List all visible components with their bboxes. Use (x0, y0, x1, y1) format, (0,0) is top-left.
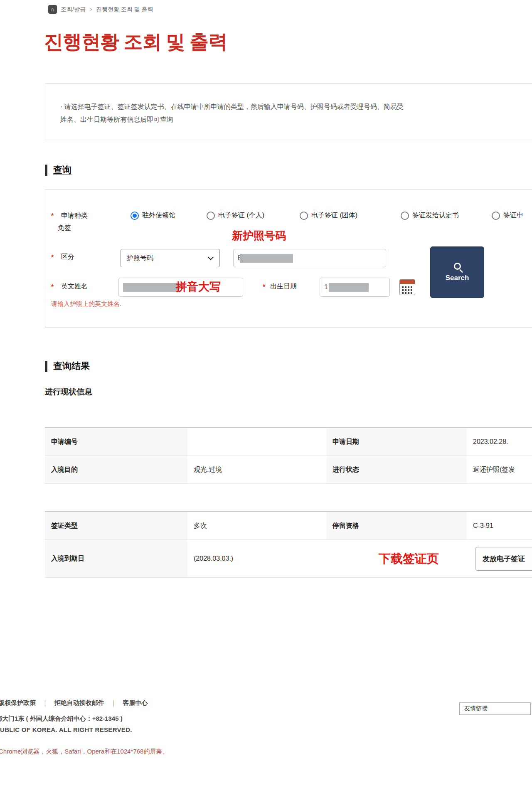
query-section-title: 查询 (53, 164, 71, 176)
footer-link-copyright-policy[interactable]: 版权保护政策 (0, 699, 36, 707)
footer-browser-notice: Chrome浏览器，火狐，Safari，Opera和在1024*768的屏幕。 (0, 748, 168, 756)
name-helper-text: 请输入护照上的英文姓名. (51, 300, 121, 308)
footer-link-customer-center[interactable]: 客服中心 (123, 699, 148, 707)
entry-purpose-value: 观光.过境 (187, 456, 326, 483)
calendar-icon-grid (402, 286, 404, 288)
visa-status-page: ⌂ 조회/발급 > 진행현황 조회 및 출력 진행현황 조회 및 출력 · 请选… (0, 0, 532, 798)
notice-text: · 请选择电子签证、签证签发认定书、在线申请中所申请的类型，然后输入申请号码、护… (60, 100, 404, 126)
home-icon[interactable]: ⌂ (48, 5, 57, 14)
radio-label-wrap-fragment: 免签 (58, 224, 71, 232)
footer-separator: ｜ (111, 699, 117, 707)
breadcrumb-separator: > (89, 7, 92, 12)
visa-type-label: 签证类型 (45, 512, 187, 539)
required-mark: * (51, 283, 54, 291)
english-name-redaction (123, 283, 179, 292)
radio-icon[interactable] (401, 212, 409, 220)
application-type-label: 申请种类 (61, 212, 88, 220)
radio-visa-application[interactable]: 签证申 (492, 211, 523, 220)
notice-line-1: · 请选择电子签证、签证签发认定书、在线申请中所申请的类型，然后输入申请号码、护… (60, 100, 404, 113)
radio-visa-confirmation[interactable]: 签证发给认定书 (401, 211, 459, 220)
breadcrumb: ⌂ 조회/발급 > 진행현황 조회 및 출력 (48, 5, 153, 14)
stay-qualification-label: 停留资格 (326, 512, 467, 539)
passport-number-redaction (240, 254, 293, 263)
table-row: 入境到期日 (2028.03.03.) 下载签证页 发放电子签证 (45, 540, 532, 578)
required-mark: * (51, 212, 54, 220)
entry-purpose-label: 入境目的 (45, 456, 187, 483)
category-select[interactable]: 护照号码 (121, 249, 220, 267)
radio-icon[interactable] (300, 212, 308, 220)
table-row: 入境目的 观光.过境 进行状态 返还护照(签发 (45, 456, 532, 484)
results-section-header: 查询结果 (45, 360, 90, 372)
application-date-label: 申请日期 (326, 428, 467, 456)
section-bar (45, 361, 47, 372)
required-mark: * (51, 254, 54, 261)
radio-icon[interactable] (207, 212, 215, 220)
application-number-value (187, 428, 326, 456)
section-bar (45, 165, 47, 176)
annotation-download-visa-page: 下载签证页 (379, 551, 439, 567)
footer-copyright: UBLIC OF KOREA. ALL RIGHT RESERVED. (0, 726, 132, 733)
page-title: 진행현황 조회 및 출력 (44, 29, 227, 55)
category-label: 区分 (61, 253, 74, 261)
radio-overseas-mission[interactable]: 驻外使领馆 (131, 211, 175, 220)
required-mark: * (263, 283, 265, 291)
chevron-down-icon (208, 254, 214, 260)
birth-date-input[interactable]: 1 (320, 278, 390, 297)
calendar-icon-header (400, 280, 415, 284)
application-info-table: 申请编号 申请日期 2023.02.28. 入境目的 观光.过境 进行状态 返还… (45, 427, 532, 484)
application-date-value: 2023.02.28. (467, 428, 532, 456)
english-name-label: 英文姓名 (61, 282, 88, 291)
issue-action-cell: 下载签证页 发放电子签证 (326, 540, 532, 577)
footer-address: 部大门1东 ( 外国人综合介绍中心：+82-1345 ) (0, 715, 123, 723)
issue-evisa-button[interactable]: 发放电子签证 (475, 547, 532, 571)
table-row: 申请编号 申请日期 2023.02.28. (45, 428, 532, 456)
search-icon (454, 263, 461, 270)
footer-link-reject-email[interactable]: 拒绝自动接收邮件 (54, 699, 104, 707)
query-form: * 申请种类 驻外使领馆 电子签证 (个人) 电子签证 (团体) 签证发给认定书… (45, 189, 532, 328)
results-subtitle: 进行现状信息 (45, 387, 92, 397)
search-button[interactable]: Search (430, 246, 484, 298)
radio-evisa-individual[interactable]: 电子签证 (个人) (207, 211, 264, 220)
search-button-label: Search (446, 274, 469, 282)
entry-deadline-value: (2028.03.03.) (187, 540, 326, 577)
query-section-header: 查询 (45, 164, 71, 176)
calendar-icon[interactable] (399, 279, 415, 295)
entry-deadline-label: 入境到期日 (45, 540, 187, 577)
breadcrumb-item-current[interactable]: 진행현황 조회 및 출력 (96, 6, 153, 13)
footer-links: 版权保护政策 ｜ 拒绝自动接收邮件 ｜ 客服中心 (0, 699, 148, 707)
visa-info-table: 签证类型 多次 停留资格 C-3-91 入境到期日 (2028.03.03.) … (45, 511, 532, 578)
progress-status-label: 进行状态 (326, 456, 467, 483)
radio-evisa-group[interactable]: 电子签证 (团体) (300, 211, 357, 220)
annotation-new-passport-number: 新护照号码 (232, 229, 286, 243)
footer-separator: ｜ (42, 699, 48, 707)
notice-box: · 请选择电子签证、签证签发认定书、在线申请中所申请的类型，然后输入申请号码、护… (45, 83, 532, 140)
friendly-links-select[interactable]: 友情链接 (459, 702, 531, 715)
results-section-title: 查询结果 (53, 360, 90, 372)
friendly-links-label: 友情链接 (464, 705, 488, 712)
radio-selected-icon[interactable] (131, 212, 139, 220)
stay-qualification-value: C-3-91 (467, 512, 532, 539)
table-row: 签证类型 多次 停留资格 C-3-91 (45, 512, 532, 540)
birth-date-label: 出生日期 (270, 282, 297, 291)
application-number-label: 申请编号 (45, 428, 187, 456)
breadcrumb-item-inquiry[interactable]: 조회/발급 (61, 6, 86, 13)
visa-type-value: 多次 (187, 512, 326, 539)
birth-date-redaction (329, 283, 369, 292)
category-select-value: 护照号码 (127, 254, 153, 263)
birth-date-visible-char: 1 (324, 283, 328, 291)
radio-icon[interactable] (492, 212, 500, 220)
passport-number-input[interactable]: E (233, 249, 386, 267)
annotation-pinyin-uppercase: 拼音大写 (176, 279, 221, 294)
notice-line-2: 姓名、出生日期等所有信息后即可查询 (60, 113, 404, 126)
progress-status-value: 返还护照(签发 (467, 456, 532, 483)
